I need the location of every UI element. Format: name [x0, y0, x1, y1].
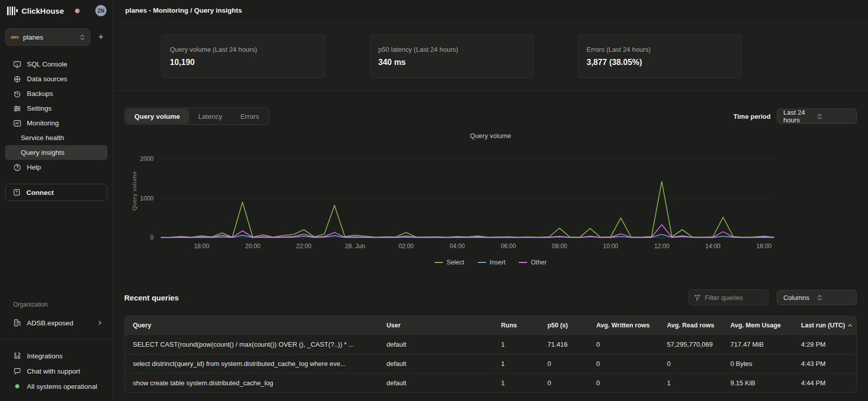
service-selector[interactable]: aws planes: [5, 28, 90, 46]
filter-queries-input[interactable]: [705, 294, 761, 302]
columns-select[interactable]: Columns: [777, 290, 857, 305]
table-cell: SELECT CAST(round(pow(count() / max(coun…: [125, 341, 378, 348]
notification-dot: [75, 9, 80, 13]
backups-icon: [13, 90, 21, 98]
column-header[interactable]: Runs: [493, 322, 539, 329]
integrations-icon: [13, 352, 21, 360]
chevron-updown-icon: [817, 114, 851, 119]
table-cell: default: [378, 379, 493, 387]
sidebar-item-integrations[interactable]: Integrations: [5, 348, 107, 363]
time-period-select[interactable]: Last 24 hours: [777, 109, 857, 124]
avatar[interactable]: ZN: [95, 5, 106, 16]
svg-text:18:00: 18:00: [194, 243, 209, 250]
connect-icon: [13, 188, 21, 196]
svg-text:0: 0: [150, 234, 154, 241]
svg-text:1000: 1000: [140, 195, 154, 202]
series-other: [161, 225, 774, 238]
add-service-button[interactable]: +: [94, 30, 107, 44]
svg-text:04:00: 04:00: [450, 243, 465, 250]
column-header[interactable]: Avg. Written rows: [588, 322, 659, 329]
sidebar-item-help[interactable]: Help: [5, 160, 107, 175]
table-cell: 4:43 PM: [793, 360, 856, 367]
column-header[interactable]: Last run (UTC): [793, 322, 856, 329]
topbar: planes - Monitoring / Query insights: [113, 0, 868, 21]
table-row[interactable]: show create table system.distributed_cac…: [125, 373, 856, 392]
filter-queries-input-wrap: [689, 289, 769, 306]
tab-errors[interactable]: Errors: [231, 109, 268, 124]
data-sources-icon: [13, 75, 21, 83]
column-header[interactable]: Avg. Read rows: [659, 322, 722, 329]
legend-dash-icon: [478, 262, 486, 263]
svg-text:02:00: 02:00: [399, 243, 414, 250]
app-window: ClickHouse ZN aws planes + SQL Console: [0, 0, 868, 401]
sidebar-item-label: Help: [27, 163, 41, 171]
column-header[interactable]: Query: [125, 322, 378, 329]
table-cell: default: [378, 341, 493, 348]
sidebar-item-chat-support[interactable]: Chat with support: [5, 363, 107, 379]
organization-heading: Organization: [5, 301, 107, 308]
content: Query volume Latency Errors Time period …: [113, 91, 868, 401]
sidebar-footer: Integrations Chat with support All syste…: [5, 348, 107, 394]
sidebar-item-query-insights[interactable]: Query insights: [5, 145, 107, 160]
console-icon: [13, 60, 21, 69]
stat-card-query-volume: Query volume (Last 24 hours) 10,190: [161, 34, 325, 78]
sidebar-item-monitoring[interactable]: Monitoring: [5, 116, 107, 130]
svg-text:06:00: 06:00: [501, 243, 516, 250]
table-cell: 0: [588, 341, 659, 348]
settings-icon: [13, 105, 21, 113]
sidebar-item-label: Chat with support: [27, 367, 80, 375]
chevron-updown-icon: [817, 295, 851, 300]
sidebar: ClickHouse ZN aws planes + SQL Console: [0, 0, 113, 401]
table-cell: 4:28 PM: [793, 341, 856, 348]
stat-value: 340 ms: [378, 58, 525, 67]
logo-row: ClickHouse ZN: [5, 0, 107, 21]
table-cell: 9.15 KiB: [722, 379, 793, 387]
svg-text:28. Jun: 28. Jun: [345, 243, 365, 250]
sidebar-item-settings[interactable]: Settings: [5, 101, 107, 116]
connect-label: Connect: [26, 189, 54, 196]
sidebar-item-sql-console[interactable]: SQL Console: [5, 57, 107, 72]
table-cell: 0: [539, 360, 588, 367]
svg-text:2000: 2000: [140, 155, 154, 162]
organization-item[interactable]: ADSB.exposed: [5, 315, 107, 330]
legend-label: Select: [447, 259, 464, 266]
sidebar-item-label: Service health: [21, 134, 64, 142]
column-header[interactable]: Avg. Mem Usage: [722, 322, 793, 329]
legend-item-other[interactable]: Other: [519, 259, 547, 266]
organization-name: ADSB.exposed: [27, 319, 74, 327]
legend-item-select[interactable]: Select: [435, 259, 464, 266]
sidebar-item-label: Monitoring: [27, 119, 59, 127]
organization-icon: [13, 319, 21, 327]
tab-latency[interactable]: Latency: [189, 109, 231, 124]
table-cell: 1: [493, 379, 539, 387]
brand-name: ClickHouse: [22, 7, 64, 15]
connect-button[interactable]: Connect: [5, 184, 107, 201]
sidebar-item-system-status[interactable]: All systems operational: [5, 379, 107, 394]
main-area: planes - Monitoring / Query insights Que…: [113, 0, 868, 401]
table-row[interactable]: SELECT CAST(round(pow(count() / max(coun…: [125, 335, 856, 354]
table-row[interactable]: select distrinct(query_id) from system.d…: [125, 354, 856, 373]
stat-label: p50 latency (Last 24 hours): [378, 46, 525, 53]
service-name: planes: [23, 34, 80, 41]
chevron-right-icon: [97, 320, 102, 325]
sidebar-item-label: Backups: [27, 90, 53, 97]
sidebar-item-service-health[interactable]: Service health: [5, 130, 107, 145]
sidebar-item-backups[interactable]: Backups: [5, 86, 107, 101]
column-header[interactable]: User: [378, 322, 493, 329]
svg-text:08:00: 08:00: [552, 243, 567, 250]
sidebar-item-label: SQL Console: [27, 60, 67, 68]
chart-title: Query volume: [124, 132, 857, 141]
sidebar-item-label: Data sources: [27, 75, 67, 83]
sidebar-item-label: Query insights: [21, 149, 64, 156]
sidebar-item-data-sources[interactable]: Data sources: [5, 72, 107, 86]
table-cell: show create table system.distributed_cac…: [125, 379, 378, 387]
table-cell: select distrinct(query_id) from system.d…: [125, 360, 378, 367]
legend-item-insert[interactable]: Insert: [478, 259, 505, 266]
stat-card-errors: Errors (Last 24 hours) 3,877 (38.05%): [578, 34, 742, 78]
chart-legend: SelectInsertOther: [124, 258, 857, 267]
recent-queries-heading: Recent queries: [124, 293, 179, 302]
svg-text:22:00: 22:00: [296, 243, 311, 250]
tab-query-volume[interactable]: Query volume: [125, 109, 189, 124]
column-header[interactable]: p50 (s): [539, 322, 588, 329]
status-dot-icon: [13, 382, 21, 390]
